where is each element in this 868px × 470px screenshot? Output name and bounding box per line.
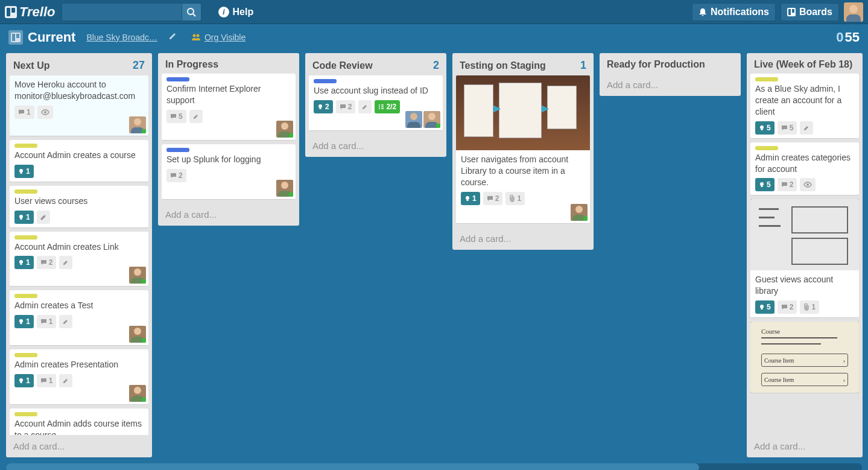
board-title[interactable]: Current <box>28 30 75 45</box>
label-yellow <box>14 412 37 416</box>
pencil-icon <box>63 378 69 384</box>
list-count: 2 <box>433 59 439 72</box>
boards-button[interactable]: Boards <box>781 3 839 21</box>
member-avatar[interactable] <box>129 326 146 343</box>
visibility-label: Org Visible <box>204 33 246 42</box>
help-link[interactable]: i Help <box>218 7 254 17</box>
visibility-button[interactable]: Org Visible <box>191 33 246 42</box>
trello-logo[interactable]: Trello <box>5 4 55 20</box>
add-card-button[interactable]: Add a card... <box>452 227 594 250</box>
bulb-icon <box>18 319 24 325</box>
card-title: Move Heroku account to monitor@blueskybr… <box>14 79 144 102</box>
label-yellow <box>14 235 37 240</box>
member-avatar[interactable] <box>129 267 146 284</box>
add-card-button[interactable]: Add a card... <box>6 435 152 457</box>
board-header-icon[interactable] <box>8 30 23 45</box>
card[interactable]: User views courses 1 <box>10 186 148 228</box>
list-header[interactable]: Ready for Production <box>600 53 741 74</box>
comment-icon <box>18 109 25 115</box>
add-card-button[interactable]: Add a card... <box>747 435 863 457</box>
svg-point-34 <box>806 183 809 186</box>
svg-rect-11 <box>12 34 15 41</box>
card[interactable]: Set up Splunk for logging 2 <box>162 144 296 200</box>
search-input[interactable] <box>62 3 182 21</box>
pencil-icon <box>63 319 69 325</box>
list-ready: Ready for Production Add a card... <box>600 53 741 96</box>
card-title: User views courses <box>14 195 144 207</box>
card[interactable]: Account Admin adds course items to a cou… <box>10 408 148 435</box>
vote-badge: 5 <box>755 121 775 135</box>
paperclip-icon <box>509 195 515 202</box>
edit-badge <box>59 256 72 269</box>
info-icon: i <box>218 7 229 17</box>
list-in-progress: In Progress Confirm Internet Explorer su… <box>158 53 299 226</box>
svg-point-14 <box>196 34 199 37</box>
card[interactable]: Guest views account library 5 2 1 <box>750 199 859 318</box>
member-avatar[interactable] <box>571 204 588 221</box>
member-avatar[interactable] <box>276 180 293 197</box>
list-title: Live (Week of Feb 18) <box>754 59 852 70</box>
add-card-button[interactable]: Add a card... <box>305 135 446 157</box>
comment-icon <box>40 259 47 265</box>
member-avatar[interactable] <box>129 385 146 402</box>
svg-rect-29 <box>467 200 469 201</box>
logo-text: Trello <box>19 4 55 20</box>
org-link[interactable]: Blue Sky Broadc… <box>86 33 157 42</box>
board-header: Current Blue Sky Broadc… Org Visible 055 <box>0 24 868 51</box>
card[interactable]: Account Admin creates a course 1 <box>10 140 148 182</box>
search-box <box>62 3 201 21</box>
card-title: As a Blue Sky admin, I create an account… <box>755 83 854 118</box>
card[interactable]: User navigates from account Library to a… <box>456 75 590 224</box>
svg-point-15 <box>44 111 46 113</box>
card[interactable]: Move Heroku account to monitor@blueskybr… <box>10 75 148 136</box>
comment-badge: 2 <box>483 192 503 205</box>
card[interactable]: Account Admin creates Link 1 2 <box>10 232 148 287</box>
list-title: In Progress <box>165 59 218 70</box>
svg-point-20 <box>19 260 23 264</box>
bulb-icon <box>464 195 470 202</box>
search-button[interactable] <box>182 3 201 21</box>
svg-rect-17 <box>21 173 22 174</box>
card-title: User navigates from account Library to a… <box>461 154 585 188</box>
vote-badge: 1 <box>14 211 34 224</box>
card[interactable]: Confirm Internet Explorer support 5 <box>162 74 296 141</box>
user-avatar[interactable] <box>844 2 863 22</box>
card[interactable]: Use account slug instead of ID 2 2 2/2 <box>309 75 443 131</box>
add-card-button[interactable]: Add a card... <box>600 74 741 96</box>
card[interactable]: Admin creates a Test 1 1 <box>10 290 148 346</box>
pencil-icon <box>63 259 69 265</box>
edit-board-button[interactable] <box>168 32 177 43</box>
comment-icon <box>40 319 47 325</box>
vote-badge: 1 <box>461 192 480 205</box>
card-title: Admin creates categories for account <box>755 152 854 175</box>
label-yellow <box>14 144 37 148</box>
scrollbar-thumb[interactable] <box>6 463 699 470</box>
horizontal-scrollbar[interactable] <box>6 463 862 470</box>
member-avatar[interactable] <box>405 111 422 128</box>
svg-rect-23 <box>21 323 22 324</box>
list-header[interactable]: In Progress <box>158 53 299 74</box>
card[interactable]: Course Course Item› Course Item› <box>750 322 859 393</box>
list-header[interactable]: Testing on Staging 1 <box>452 53 594 75</box>
notifications-button[interactable]: Notifications <box>692 3 776 21</box>
card[interactable]: Admin creates Presentation 1 1 <box>10 349 148 405</box>
list-testing: Testing on Staging 1 User navigates from… <box>452 53 594 250</box>
card[interactable]: Admin creates categories for account 5 2 <box>750 142 859 196</box>
vote-badge: 1 <box>14 256 34 269</box>
comment-badge: 5 <box>778 121 797 135</box>
label-yellow <box>755 77 778 81</box>
list-cards: As a Blue Sky admin, I create an account… <box>747 74 863 435</box>
list-header[interactable]: Next Up 27 <box>6 53 152 75</box>
list-header[interactable]: Live (Week of Feb 18) <box>747 53 863 74</box>
member-avatar[interactable] <box>276 121 293 138</box>
add-card-button[interactable]: Add a card... <box>158 203 299 226</box>
member-avatar[interactable] <box>423 111 440 128</box>
edit-badge <box>800 121 813 135</box>
list-title: Next Up <box>13 60 49 71</box>
card[interactable]: As a Blue Sky admin, I create an account… <box>750 74 859 139</box>
svg-rect-27 <box>320 108 322 109</box>
member-avatar[interactable] <box>129 116 146 133</box>
people-icon <box>191 34 201 41</box>
vote-badge: 1 <box>14 165 34 178</box>
list-header[interactable]: Code Review 2 <box>305 53 446 75</box>
